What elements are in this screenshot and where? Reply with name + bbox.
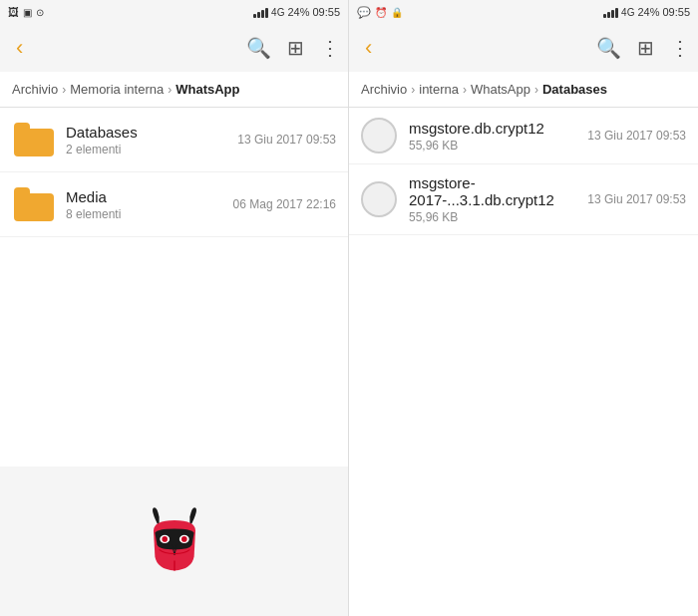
more-icon-left[interactable]: ⋮ xyxy=(320,36,340,60)
file-meta-databases: 2 elementi xyxy=(66,143,237,156)
more-icon-right[interactable]: ⋮ xyxy=(670,36,690,60)
breadcrumb-r-item-3[interactable]: Databases xyxy=(542,82,607,97)
toolbar-left-side: ‹ xyxy=(8,31,31,65)
svg-point-3 xyxy=(181,536,187,542)
breadcrumb-r-item-0[interactable]: Archivio xyxy=(361,82,407,97)
file-info-databases: Databases 2 elementi xyxy=(66,124,237,156)
grid-icon-left[interactable]: ⊞ xyxy=(287,36,304,60)
breadcrumb-item-2[interactable]: WhatsApp xyxy=(175,82,239,97)
list-item[interactable]: msgstore-2017-...3.1.db.crypt12 55,96 KB… xyxy=(349,164,698,235)
breadcrumb-item-0[interactable]: Archivio xyxy=(12,82,58,97)
signal-bars-right xyxy=(603,6,618,18)
search-icon-right[interactable]: 🔍 xyxy=(596,36,621,60)
right-panel: 💬 ⏰ 🔒 4G 24% 09:55 ‹ 🔍 ⊞ ⋮ Archivi xyxy=(349,0,698,616)
toolbar-right-side: 🔍 ⊞ ⋮ xyxy=(246,36,340,60)
file-meta-msgstore2: 55,96 KB xyxy=(409,210,587,224)
back-button-right[interactable]: ‹ xyxy=(357,31,380,65)
toolbar-right-left-side: ‹ xyxy=(357,31,380,65)
folder-icon-media xyxy=(12,182,56,226)
file-info-msgstore: msgstore.db.crypt12 55,96 KB xyxy=(409,120,587,153)
breadcrumb-r-item-1[interactable]: interna xyxy=(419,82,459,97)
breadcrumb-r-sep-0: › xyxy=(411,83,415,97)
status-icons-right: 💬 ⏰ 🔒 xyxy=(357,6,403,19)
breadcrumb-r-sep-2: › xyxy=(534,83,538,97)
bar1 xyxy=(253,14,256,18)
breadcrumb-right: Archivio › interna › WhatsApp › Database… xyxy=(349,72,698,108)
file-list-right: msgstore.db.crypt12 55,96 KB 13 Giu 2017… xyxy=(349,108,698,616)
file-select-circle-0[interactable] xyxy=(361,118,397,154)
battery-percent-left: 24% xyxy=(287,6,309,18)
breadcrumb-sep-1: › xyxy=(168,83,172,97)
breadcrumb-r-item-2[interactable]: WhatsApp xyxy=(471,82,530,97)
bar3r xyxy=(611,10,614,18)
bar4r xyxy=(615,8,618,18)
status-bar-right: 💬 ⏰ 🔒 4G 24% 09:55 xyxy=(349,0,698,24)
breadcrumb-item-1[interactable]: Memoria interna xyxy=(70,82,164,97)
file-date-databases: 13 Giu 2017 09:53 xyxy=(237,133,336,147)
bar2 xyxy=(257,12,260,18)
file-meta-msgstore: 55,96 KB xyxy=(409,139,587,153)
bar4 xyxy=(265,8,268,18)
status-icons-left: 🖼 ▣ ⊙ xyxy=(8,6,44,18)
status-right-right: 4G 24% 09:55 xyxy=(603,6,690,18)
breadcrumb-r-sep-1: › xyxy=(463,83,467,97)
file-date-msgstore2: 13 Giu 2017 09:53 xyxy=(587,192,686,206)
devil-mask-icon xyxy=(140,506,209,576)
list-item[interactable]: msgstore.db.crypt12 55,96 KB 13 Giu 2017… xyxy=(349,108,698,164)
whatsapp-status-icon: 💬 xyxy=(357,6,371,19)
time-left: 09:55 xyxy=(312,6,340,18)
file-name-databases: Databases xyxy=(66,124,237,141)
network-type-right: 4G xyxy=(621,7,634,18)
sim-status-icon: ▣ xyxy=(23,7,32,18)
battery-percent-right: 24% xyxy=(637,6,659,18)
center-logo-area xyxy=(0,466,348,616)
grid-icon-right[interactable]: ⊞ xyxy=(637,36,654,60)
lock-status-icon: 🔒 xyxy=(391,7,403,18)
breadcrumb-sep-0: › xyxy=(62,83,66,97)
network-type-left: 4G xyxy=(271,7,284,18)
list-item[interactable]: Databases 2 elementi 13 Giu 2017 09:53 xyxy=(0,108,348,172)
folder-icon-databases xyxy=(12,118,56,161)
file-name-msgstore2: msgstore-2017-...3.1.db.crypt12 xyxy=(409,174,587,208)
bar1r xyxy=(603,14,606,18)
image-status-icon: 🖼 xyxy=(8,6,19,18)
list-item[interactable]: Media 8 elementi 06 Mag 2017 22:16 xyxy=(0,172,348,237)
file-list-left: Databases 2 elementi 13 Giu 2017 09:53 M… xyxy=(0,108,348,466)
headphone-status-icon: ⊙ xyxy=(36,7,44,18)
signal-bars-left xyxy=(253,6,268,18)
time-right: 09:55 xyxy=(662,6,690,18)
toolbar-right: ‹ 🔍 ⊞ ⋮ xyxy=(349,24,698,72)
clock-status-icon: ⏰ xyxy=(375,7,387,18)
status-right-left: 4G 24% 09:55 xyxy=(253,6,340,18)
breadcrumb-left: Archivio › Memoria interna › WhatsApp xyxy=(0,72,348,108)
file-name-media: Media xyxy=(66,188,233,205)
file-info-media: Media 8 elementi xyxy=(66,188,233,221)
file-date-msgstore: 13 Giu 2017 09:53 xyxy=(587,129,686,143)
status-bar-left: 🖼 ▣ ⊙ 4G 24% 09:55 xyxy=(0,0,348,24)
file-info-msgstore2: msgstore-2017-...3.1.db.crypt12 55,96 KB xyxy=(409,174,587,224)
back-button-left[interactable]: ‹ xyxy=(8,31,31,65)
file-date-media: 06 Mag 2017 22:16 xyxy=(233,197,336,211)
bar2r xyxy=(607,12,610,18)
toolbar-left: ‹ 🔍 ⊞ ⋮ xyxy=(0,24,348,72)
svg-point-1 xyxy=(162,536,168,542)
file-name-msgstore: msgstore.db.crypt12 xyxy=(409,120,587,137)
search-icon-left[interactable]: 🔍 xyxy=(246,36,271,60)
file-meta-media: 8 elementi xyxy=(66,207,233,221)
bar3 xyxy=(261,10,264,18)
file-select-circle-1[interactable] xyxy=(361,181,397,217)
left-panel: 🖼 ▣ ⊙ 4G 24% 09:55 ‹ 🔍 ⊞ ⋮ Archivio xyxy=(0,0,349,616)
toolbar-right-right-side: 🔍 ⊞ ⋮ xyxy=(596,36,690,60)
